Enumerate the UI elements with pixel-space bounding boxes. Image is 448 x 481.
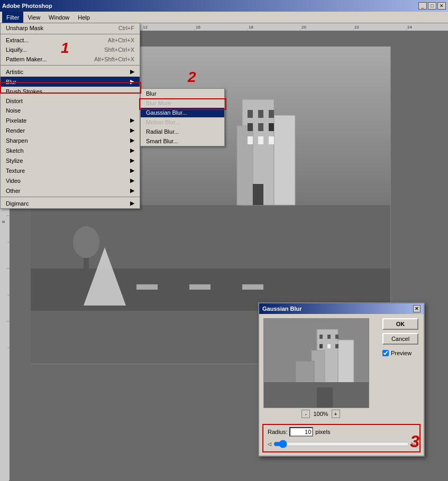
radial-blur-item[interactable]: Radial Blur...: [141, 127, 224, 136]
blur-submenu: Blur Blur More Gaussian Blur... Motion B…: [140, 88, 225, 146]
brush-strokes-item[interactable]: Brush Strokes: [1, 87, 140, 96]
app-title: Adobe Photoshop: [2, 3, 52, 9]
menu-separator-3: [1, 197, 140, 197]
maximize-button[interactable]: □: [428, 2, 436, 10]
digimarc-item[interactable]: Digimarc ▶: [1, 198, 140, 208]
dialog-close-button[interactable]: ✕: [413, 305, 420, 312]
zoom-controls: - 100% +: [263, 408, 378, 420]
radius-label: Radius:: [268, 429, 287, 435]
svg-rect-76: [335, 335, 339, 339]
svg-rect-77: [319, 344, 323, 348]
svg-rect-55: [269, 123, 274, 131]
stylize-item[interactable]: Stylize ▶: [1, 155, 140, 165]
svg-text:8: 8: [1, 220, 6, 223]
minimize-button[interactable]: _: [418, 2, 427, 10]
svg-rect-75: [327, 335, 331, 339]
zoom-percent-label: 100%: [313, 411, 328, 417]
ok-button[interactable]: OK: [382, 318, 418, 330]
svg-text:20: 20: [301, 25, 306, 30]
radius-slider[interactable]: [273, 440, 409, 448]
video-item[interactable]: Video ▶: [1, 175, 140, 186]
texture-item[interactable]: Texture ▶: [1, 165, 140, 175]
svg-rect-56: [248, 136, 253, 144]
preview-label: Preview: [391, 350, 412, 356]
blur-item[interactable]: Blur: [141, 89, 224, 98]
svg-rect-73: [317, 387, 333, 408]
svg-text:24: 24: [407, 25, 412, 30]
sharpen-item[interactable]: Sharpen ▶: [1, 135, 140, 145]
other-item[interactable]: Other ▶: [1, 186, 140, 196]
motion-blur-item[interactable]: Motion Blur...: [141, 117, 224, 127]
preview-checkbox[interactable]: [382, 350, 389, 356]
radius-section: Radius: pixels ◁ ▷: [262, 424, 420, 452]
zoom-plus-button[interactable]: +: [332, 410, 340, 418]
extract-item[interactable]: Extract... Alt+Ctrl+X: [1, 35, 140, 45]
close-button[interactable]: ✕: [437, 2, 446, 10]
svg-text:18: 18: [249, 25, 253, 30]
preview-image: [263, 318, 369, 408]
sketch-item[interactable]: Sketch ▶: [1, 145, 140, 155]
svg-rect-57: [258, 136, 263, 144]
window-menu-item[interactable]: Window: [44, 12, 74, 23]
filter-menu: Unsharp Mask Ctrl+F Extract... Alt+Ctrl+…: [0, 23, 140, 209]
menu-separator-2: [1, 65, 140, 66]
svg-rect-54: [258, 123, 263, 131]
slider-right-icon: ▷: [412, 441, 415, 447]
smart-blur-item[interactable]: Smart Blur...: [141, 136, 224, 146]
zoom-minus-button[interactable]: -: [301, 410, 310, 418]
svg-rect-53: [248, 123, 253, 131]
view-menu-item[interactable]: View: [23, 12, 44, 23]
app-titlebar: Adobe Photoshop _ □ ✕: [0, 0, 448, 12]
blur-item[interactable]: Blur ▶: [1, 77, 140, 87]
noise-item[interactable]: Noise: [1, 106, 140, 115]
gaussian-blur-dialog: Gaussian Blur ✕: [258, 302, 425, 457]
menu-separator-1: [1, 34, 140, 34]
svg-rect-74: [319, 335, 323, 339]
preview-area: - 100% +: [263, 318, 378, 420]
render-item[interactable]: Render ▶: [1, 125, 140, 135]
dialog-right-controls: OK Cancel Preview: [382, 318, 419, 420]
svg-rect-79: [335, 344, 339, 348]
dialog-title: Gaussian Blur: [262, 306, 302, 312]
svg-rect-64: [189, 284, 211, 290]
cancel-button[interactable]: Cancel: [382, 333, 418, 345]
radius-unit-label: pixels: [315, 429, 330, 435]
svg-rect-59: [253, 184, 263, 205]
svg-rect-52: [269, 110, 274, 118]
svg-rect-65: [242, 284, 263, 290]
menubar: Filter View Window Help: [0, 12, 448, 23]
help-menu-item[interactable]: Help: [74, 12, 94, 23]
window-controls: _ □ ✕: [418, 2, 446, 10]
pattern-maker-item[interactable]: Pattern Maker... Alt+Shft+Ctrl+X: [1, 54, 140, 64]
dialog-body: - 100% + OK Cancel Preview: [259, 314, 424, 424]
distort-item[interactable]: Distort: [1, 96, 140, 106]
dialog-titlebar: Gaussian Blur ✕: [259, 303, 424, 314]
slider-left-icon: ◁: [268, 441, 271, 447]
svg-rect-50: [248, 110, 253, 118]
svg-rect-72: [264, 382, 369, 408]
svg-rect-48: [274, 115, 295, 205]
svg-text:12: 12: [143, 25, 148, 30]
unsharp-mask-item[interactable]: Unsharp Mask Ctrl+F: [1, 23, 140, 33]
radius-slider-row: ◁ ▷: [263, 439, 419, 451]
svg-point-61: [73, 226, 99, 258]
radius-row: Radius: pixels: [263, 425, 419, 439]
svg-rect-58: [269, 136, 274, 144]
gaussian-blur-item[interactable]: Gaussian Blur...: [141, 108, 224, 117]
artistic-item[interactable]: Artistic ▶: [1, 67, 140, 77]
blur-more-item[interactable]: Blur More: [141, 98, 224, 108]
svg-rect-78: [327, 344, 331, 348]
preview-svg: [264, 319, 369, 408]
radius-input[interactable]: [289, 427, 313, 437]
preview-checkbox-row: Preview: [382, 350, 412, 356]
svg-rect-63: [136, 284, 158, 290]
pixelate-item[interactable]: Pixelate ▶: [1, 115, 140, 125]
svg-text:16: 16: [196, 25, 200, 30]
svg-rect-51: [258, 110, 263, 118]
filter-menu-item[interactable]: Filter: [2, 12, 23, 23]
svg-text:22: 22: [354, 25, 359, 30]
liquify-item[interactable]: Liquify... Shft+Ctrl+X: [1, 45, 140, 54]
